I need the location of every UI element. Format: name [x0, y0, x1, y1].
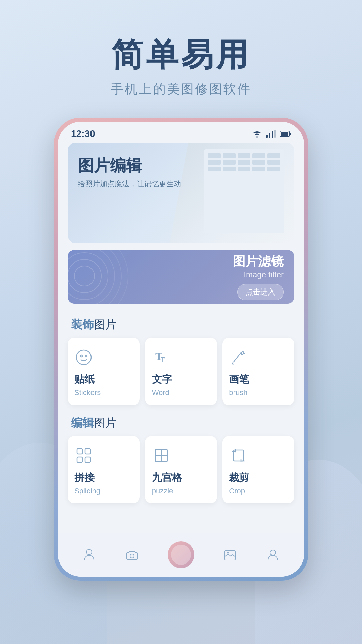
brush-name-en: brush	[229, 388, 247, 397]
nav-item-profile[interactable]	[265, 547, 280, 562]
svg-text:T: T	[161, 356, 165, 363]
bottom-nav	[58, 533, 304, 577]
svg-rect-5	[281, 132, 288, 136]
tool-card-brush[interactable]: 画笔 brush	[222, 338, 294, 405]
center-add-button[interactable]	[168, 541, 194, 568]
phone-frame: 12:30	[54, 118, 308, 581]
filter-circles	[68, 250, 152, 304]
crop-name-zh: 裁剪	[229, 471, 249, 485]
brush-icon	[229, 348, 248, 367]
svg-point-26	[86, 549, 92, 555]
battery-icon	[280, 130, 291, 137]
home-nav-icon	[82, 547, 97, 562]
section-edit-title: 编辑图片	[58, 409, 304, 436]
word-icon: T T	[152, 348, 171, 367]
filter-title-en: Image filter	[233, 270, 284, 279]
signal-icon	[266, 130, 276, 138]
tool-card-word[interactable]: T T 文字 Word	[145, 338, 217, 405]
svg-rect-18	[77, 449, 82, 454]
section-edit-title-bold: 编辑	[71, 416, 94, 429]
svg-point-7	[74, 266, 95, 286]
svg-point-15	[85, 355, 87, 357]
sticker-name-en: Stickers	[74, 388, 101, 397]
brush-name-zh: 画笔	[229, 373, 249, 386]
nav-item-camera[interactable]	[125, 547, 139, 562]
puzzle-icon	[152, 446, 171, 465]
splice-name-en: Splicing	[74, 487, 100, 495]
camera-nav-icon	[125, 547, 139, 562]
svg-rect-19	[85, 449, 90, 454]
svg-point-13	[76, 350, 91, 365]
status-icons	[252, 130, 291, 138]
status-bar: 12:30	[58, 122, 304, 143]
section-title-bold: 装饰	[71, 318, 94, 331]
section-edit-title-normal: 图片	[94, 416, 117, 429]
sticker-icon	[74, 348, 93, 367]
phone-container: 12:30	[0, 118, 362, 581]
tool-card-splice[interactable]: 拼接 Splicing	[68, 436, 140, 503]
section-title-normal: 图片	[94, 318, 117, 331]
svg-point-14	[80, 355, 82, 357]
center-inner-circle	[171, 545, 191, 565]
crop-icon	[229, 446, 248, 465]
svg-rect-2	[272, 131, 273, 138]
filter-card[interactable]: 图片滤镜 Image filter 点击进入	[68, 250, 294, 304]
gallery-nav-icon	[223, 547, 237, 562]
svg-rect-1	[269, 133, 270, 138]
crop-name-en: Crop	[229, 487, 245, 495]
svg-point-8	[68, 259, 101, 293]
tool-card-sticker[interactable]: 贴纸 Stickers	[68, 338, 140, 405]
svg-rect-3	[274, 130, 276, 138]
splice-name-zh: 拼接	[74, 471, 95, 485]
main-title: 简单易用	[0, 37, 362, 72]
hero-text: 图片编辑 给照片加点魔法，让记忆更生动	[78, 156, 181, 190]
puzzle-name-en: puzzle	[152, 487, 173, 495]
puzzle-name-zh: 九宫格	[152, 471, 182, 485]
sub-title: 手机上的美图修图软件	[0, 80, 362, 98]
nav-item-home[interactable]	[82, 547, 97, 562]
header-section: 简单易用 手机上的美图修图软件	[0, 0, 362, 118]
wifi-icon	[252, 130, 262, 138]
phone-inner: 12:30	[58, 122, 304, 577]
nav-item-gallery[interactable]	[223, 547, 237, 562]
hero-subtitle: 给照片加点魔法，让记忆更生动	[78, 178, 181, 190]
svg-point-29	[227, 552, 229, 554]
decorate-tool-grid: 贴纸 Stickers T T 文字 Word	[58, 338, 304, 405]
profile-nav-icon	[265, 547, 280, 562]
tool-card-crop[interactable]: 裁剪 Crop	[222, 436, 294, 503]
hero-title: 图片编辑	[78, 156, 181, 175]
svg-point-30	[270, 550, 276, 555]
svg-rect-20	[77, 457, 82, 462]
svg-rect-6	[290, 133, 291, 135]
status-time: 12:30	[71, 128, 95, 139]
word-name-zh: 文字	[152, 373, 172, 386]
word-name-en: Word	[152, 388, 169, 397]
filter-title-zh: 图片滤镜	[233, 253, 284, 270]
hero-banner: 图片编辑 给照片加点魔法，让记忆更生动	[68, 143, 294, 243]
tool-card-puzzle[interactable]: 九宫格 puzzle	[145, 436, 217, 503]
section-decorate-title: 装饰图片	[58, 310, 304, 338]
nav-item-center[interactable]	[168, 541, 194, 568]
svg-point-27	[130, 554, 134, 558]
svg-rect-0	[266, 135, 268, 138]
svg-rect-21	[85, 457, 90, 462]
filter-text-area: 图片滤镜 Image filter 点击进入	[233, 253, 284, 300]
splice-icon	[74, 446, 93, 465]
filter-enter-button[interactable]: 点击进入	[237, 284, 284, 300]
building-illustration	[170, 143, 294, 243]
edit-tool-grid: 拼接 Splicing 九宫格 puzzle	[58, 436, 304, 503]
sticker-name-zh: 贴纸	[74, 373, 95, 386]
